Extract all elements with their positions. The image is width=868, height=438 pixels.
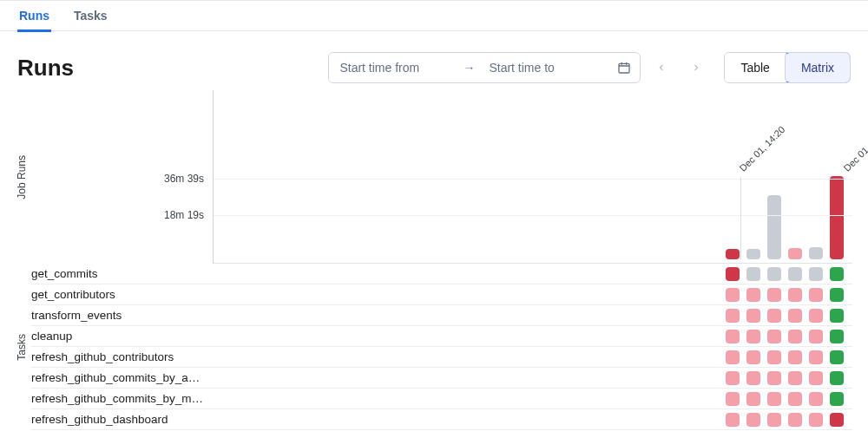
time-label: Dec 01, 15:30 xyxy=(841,124,868,173)
task-row: get_commits xyxy=(31,264,852,284)
job-runs-bars: 36m 39s18m 19s Dec 01, 14:20Dec 01, 15:3… xyxy=(31,90,852,264)
task-name: get_commits xyxy=(31,267,214,280)
task-row: transform_events xyxy=(31,305,852,326)
view-table-button[interactable]: Table xyxy=(725,53,785,82)
task-name: transform_events xyxy=(31,309,214,322)
task-cell[interactable] xyxy=(746,413,760,427)
task-cell[interactable] xyxy=(726,288,740,302)
task-cell[interactable] xyxy=(809,309,823,323)
task-cell[interactable] xyxy=(746,309,760,323)
task-cell[interactable] xyxy=(809,371,823,385)
task-cell[interactable] xyxy=(788,288,802,302)
task-cell[interactable] xyxy=(767,392,781,406)
task-cell[interactable] xyxy=(788,330,802,343)
run-bar[interactable] xyxy=(830,176,844,259)
task-cell[interactable] xyxy=(746,371,760,385)
task-cell[interactable] xyxy=(788,309,802,323)
run-bar[interactable] xyxy=(726,249,740,259)
task-row: refresh_github_commits_by_m… xyxy=(31,389,852,409)
task-cell[interactable] xyxy=(767,413,781,427)
task-cell[interactable] xyxy=(726,330,740,343)
axis-label-tasks: Tasks xyxy=(16,334,28,361)
page-title: Runs xyxy=(17,55,74,82)
task-name: refresh_github_contributors xyxy=(31,350,214,363)
next-page-button[interactable] xyxy=(682,52,710,83)
task-cell[interactable] xyxy=(788,267,802,281)
page-header: Runs → Table Matrix xyxy=(0,31,868,90)
task-cell[interactable] xyxy=(809,288,823,302)
task-cell[interactable] xyxy=(788,413,802,427)
tab-tasks[interactable]: Tasks xyxy=(72,2,109,29)
task-cell[interactable] xyxy=(726,392,740,406)
task-cell[interactable] xyxy=(830,371,844,385)
y-tick: 36m 39s xyxy=(164,173,204,185)
task-name: get_contributors xyxy=(31,288,214,301)
start-time-to-input[interactable] xyxy=(478,53,608,82)
task-cell[interactable] xyxy=(788,371,802,385)
task-cell[interactable] xyxy=(809,267,823,281)
matrix-chart: Job Runs Tasks 36m 39s18m 19s Dec 01, 14… xyxy=(0,90,868,438)
time-label: Dec 01, 14:20 xyxy=(737,124,786,173)
task-cell[interactable] xyxy=(767,309,781,323)
task-cell[interactable] xyxy=(830,350,844,364)
axis-label-job-runs: Job Runs xyxy=(16,121,28,234)
task-cell[interactable] xyxy=(830,330,844,343)
task-row: get_contributors xyxy=(31,284,852,305)
task-cell[interactable] xyxy=(767,288,781,302)
view-matrix-button[interactable]: Matrix xyxy=(785,52,851,83)
tasks-matrix: get_commitsget_contributorstransform_eve… xyxy=(31,264,852,430)
task-row: refresh_github_dashboard xyxy=(31,409,852,430)
task-cell[interactable] xyxy=(726,350,740,364)
task-cell[interactable] xyxy=(726,309,740,323)
run-bar[interactable] xyxy=(746,249,760,259)
task-name: refresh_github_commits_by_a… xyxy=(31,371,214,384)
date-range-picker[interactable]: → xyxy=(328,52,641,83)
task-name: cleanup xyxy=(31,330,214,343)
task-cell[interactable] xyxy=(767,267,781,281)
task-cell[interactable] xyxy=(809,330,823,343)
task-cell[interactable] xyxy=(726,371,740,385)
prev-page-button[interactable] xyxy=(648,52,675,83)
task-row: refresh_github_contributors xyxy=(31,347,852,368)
task-cell[interactable] xyxy=(726,413,740,427)
task-cell[interactable] xyxy=(809,350,823,364)
svg-rect-0 xyxy=(619,63,629,73)
task-cell[interactable] xyxy=(788,350,802,364)
task-row: refresh_github_commits_by_a… xyxy=(31,368,852,389)
task-cell[interactable] xyxy=(767,350,781,364)
run-bar[interactable] xyxy=(788,248,802,259)
task-cell[interactable] xyxy=(746,392,760,406)
task-cell[interactable] xyxy=(830,413,844,427)
run-bar[interactable] xyxy=(767,195,781,259)
task-cell[interactable] xyxy=(767,371,781,385)
task-cell[interactable] xyxy=(830,288,844,302)
run-bar[interactable] xyxy=(809,247,823,259)
task-cell[interactable] xyxy=(788,392,802,406)
y-axis: 36m 39s18m 19s xyxy=(31,90,214,264)
task-cell[interactable] xyxy=(726,267,740,281)
task-row: cleanup xyxy=(31,326,852,347)
task-cell[interactable] xyxy=(830,267,844,281)
calendar-icon[interactable] xyxy=(608,61,640,75)
task-cell[interactable] xyxy=(746,288,760,302)
start-time-from-input[interactable] xyxy=(329,53,459,82)
task-cell[interactable] xyxy=(830,392,844,406)
y-tick: 18m 19s xyxy=(164,209,204,221)
task-cell[interactable] xyxy=(746,330,760,343)
task-cell[interactable] xyxy=(746,267,760,281)
task-cell[interactable] xyxy=(809,392,823,406)
task-name: refresh_github_commits_by_m… xyxy=(31,392,214,405)
task-cell[interactable] xyxy=(746,350,760,364)
top-tabs: Runs Tasks xyxy=(0,0,868,31)
view-toggle: Table Matrix xyxy=(724,52,851,83)
bars-plot: Dec 01, 14:20Dec 01, 15:30 xyxy=(214,90,852,264)
task-name: refresh_github_dashboard xyxy=(31,413,214,426)
task-cell[interactable] xyxy=(809,413,823,427)
task-cell[interactable] xyxy=(767,330,781,343)
arrow-right-icon: → xyxy=(459,61,478,75)
tab-runs[interactable]: Runs xyxy=(17,0,51,32)
task-cell[interactable] xyxy=(830,309,844,323)
